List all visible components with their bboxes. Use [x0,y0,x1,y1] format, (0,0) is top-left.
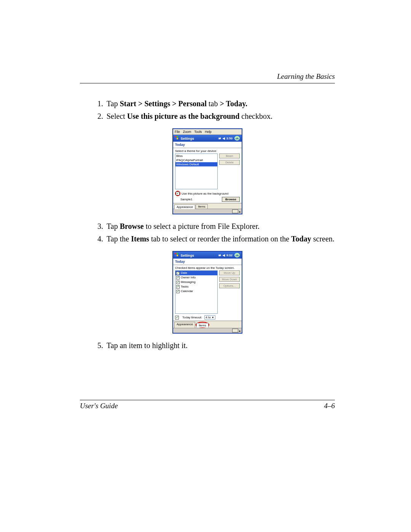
ok-button[interactable]: ok [234,136,240,141]
delete-button[interactable]: Delete [219,160,240,165]
tab-items[interactable]: Items [196,204,208,209]
start-icon[interactable] [175,136,178,140]
footer-left: User's Guide [80,402,118,410]
today-item-selected[interactable]: ✓Date [175,271,217,275]
volume-icon[interactable]: ◀ [223,254,225,257]
device-window-1: File Zoom Tools Help Settings ⇄ ◀ 3:50 o… [172,128,242,214]
tabs-2: Appearance Items [173,321,242,328]
tab-appearance[interactable]: Appearance [174,204,195,209]
today-item[interactable]: ✓Calendar [175,289,217,294]
theme-instruction: Select a theme for your device: [175,149,240,153]
clock-text: 9:32 [226,254,233,257]
chevron-down-icon: ▼ [212,316,214,319]
emulator-menubar: File Zoom Tools Help [173,129,242,135]
highlight-circle-1: ✓ [175,191,180,196]
step-5: Tap an item to highlight it. [105,340,335,351]
navbar-title: Settings [181,254,194,257]
tabs-1: Appearance Items [173,203,242,209]
keyboard-icon[interactable] [232,329,238,332]
menu-tools[interactable]: Tools [194,130,202,134]
navbar-title: Settings [181,137,194,141]
ok-button[interactable]: ok [234,252,240,258]
theme-item[interactable]: Bliss [175,154,217,158]
today-timeout-checkbox[interactable]: ✓ [175,316,179,320]
tab-appearance[interactable]: Appearance [174,322,195,328]
tab-items[interactable]: Items [196,323,209,328]
keyboard-icon[interactable] [232,209,238,213]
steps-list-3: Tap an item to highlight it. [80,340,335,351]
navbar-2: Settings ⇄ ◀ 9:32 ok [173,252,242,259]
device-window-2: Settings ⇄ ◀ 9:32 ok Today Checked items… [172,251,242,334]
item-checkbox[interactable]: ✓ [176,285,180,289]
figure-2: Settings ⇄ ◀ 9:32 ok Today Checked items… [172,251,242,334]
sip-bar-2: ▴ [173,328,242,333]
clock-text: 3:50 [226,137,233,140]
today-item[interactable]: ✓Tasks [175,284,217,289]
screen-title-1: Today [173,142,242,148]
page-footer: User's Guide 4–6 [80,400,335,410]
theme-listbox[interactable]: Bliss iPAQCAlphaPortrait Windows Default [175,153,218,189]
theme-item[interactable]: iPAQCAlphaPortrait [175,158,217,162]
connectivity-icon[interactable]: ⇄ [218,254,221,257]
start-icon[interactable] [175,253,178,257]
highlight-circle-2: Items [196,322,209,328]
steps-list-2: Tap Browse to select a picture from File… [80,221,335,244]
screen-title-2: Today [173,259,242,265]
step-2: Select Use this picture as the backgroun… [105,111,335,121]
menu-zoom[interactable]: Zoom [183,130,191,134]
footer-right: 4–6 [324,402,335,410]
step-1: Tap Start > Settings > Personal tab > To… [105,99,335,109]
items-instruction: Checked items appear on the Today screen… [175,266,240,270]
items-listbox[interactable]: ✓Date ✓Owner Info ✓Messaging ✓Tasks ✓Cal… [175,270,218,314]
item-checkbox[interactable]: ✓ [176,276,180,280]
connectivity-icon[interactable]: ⇄ [218,137,221,140]
step-3: Tap Browse to select a picture from File… [105,221,335,232]
options-button[interactable]: Options... [219,283,240,288]
sip-arrow-icon[interactable]: ▴ [239,329,241,332]
today-item[interactable]: ✓Owner Info [175,275,217,280]
browse-button[interactable]: Browse [222,197,240,202]
today-timeout-select[interactable]: 4 hr ▼ [204,315,215,320]
figure-1: File Zoom Tools Help Settings ⇄ ◀ 3:50 o… [172,128,242,214]
sip-bar-1: ▴ [173,209,242,214]
sample-file-label: Sample1 [180,198,193,201]
step-4: Tap the Items tab to select or reorder t… [105,234,335,244]
navbar-1: Settings ⇄ ◀ 3:50 ok [173,135,242,142]
today-timeout-label: Today timeout: [182,316,202,319]
item-checkbox[interactable]: ✓ [176,290,180,293]
steps-list: Tap Start > Settings > Personal tab > To… [80,99,335,121]
beam-button[interactable]: Beam [219,153,240,158]
use-picture-label: Use this picture as the background [182,192,228,195]
movedown-button[interactable]: Move Down [219,277,240,282]
chapter-header: Learning the Basics [80,72,335,81]
item-checkbox[interactable]: ✓ [176,272,180,275]
sip-arrow-icon[interactable]: ▴ [239,210,241,213]
today-item[interactable]: ✓Messaging [175,280,217,284]
volume-icon[interactable]: ◀ [223,137,225,140]
top-rule [80,83,335,83]
theme-item-selected[interactable]: Windows Default [175,162,217,166]
moveup-button[interactable]: Move Up [219,270,240,275]
menu-file[interactable]: File [175,130,180,134]
item-checkbox[interactable]: ✓ [176,281,180,284]
menu-help[interactable]: Help [205,130,211,134]
use-picture-checkbox[interactable]: ✓ [176,192,180,195]
